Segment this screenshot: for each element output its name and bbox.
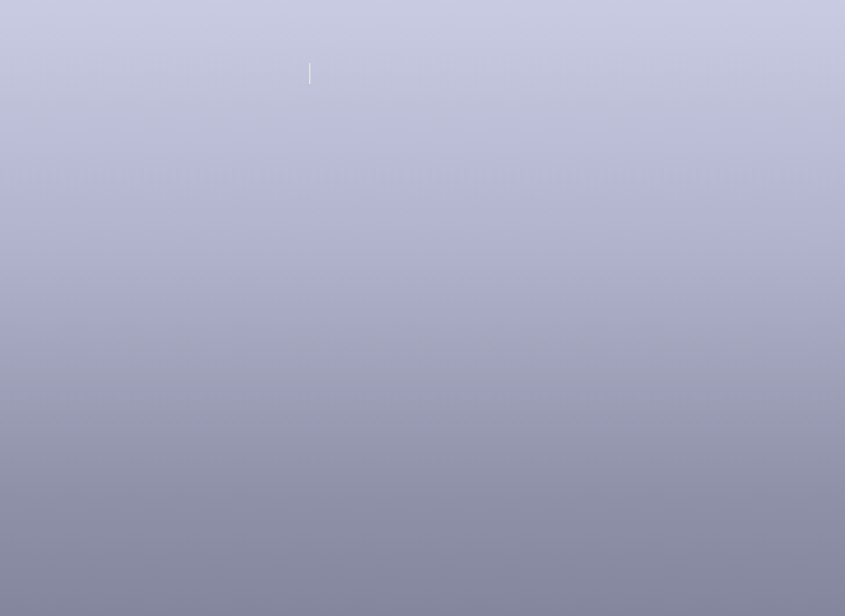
connector-pin-bot-a bbox=[0, 192, 15, 207]
connector-pin-top-a bbox=[0, 207, 15, 222]
connector-pin-bot-a bbox=[0, 132, 15, 147]
connector-pin-top-b bbox=[0, 162, 15, 177]
pcb-board bbox=[85, 63, 768, 570]
connector-pin-bot-a bbox=[0, 434, 15, 449]
connector-pin-bot-b bbox=[0, 298, 15, 313]
connector-pin-top-a bbox=[0, 510, 15, 525]
pcb-3d-view: U1YM2149FAY-3-8910Turbo Sound#1U2YM2149F… bbox=[0, 0, 845, 616]
connector-pin-top-b bbox=[0, 101, 15, 116]
connector-pin-bot-a bbox=[0, 313, 15, 328]
connector-pin-top-a bbox=[0, 389, 15, 404]
connector-pin-top-b bbox=[0, 404, 15, 419]
connector-pin-top-a bbox=[0, 147, 15, 162]
connector-pin-bot-a bbox=[0, 253, 15, 268]
connector-pin-bot-b bbox=[0, 600, 15, 615]
connector-pin-bot-b bbox=[0, 419, 15, 434]
connector-pin-bot-a bbox=[0, 555, 15, 570]
connector-pin-bot-a bbox=[0, 494, 15, 510]
connector-pin-top-b bbox=[0, 343, 15, 358]
connector-pin-top-b bbox=[0, 525, 15, 540]
connector-pin-top-b bbox=[0, 222, 15, 237]
connector-pin-top-a bbox=[0, 268, 15, 283]
connector-pin-bot-b bbox=[0, 237, 15, 253]
connector-pin-top-a bbox=[0, 570, 15, 585]
connector-pin-bot-b bbox=[0, 358, 15, 374]
connector-pin-bot-a bbox=[0, 374, 15, 389]
connector-pin-bot-b bbox=[0, 540, 15, 555]
connector-pin-top-a bbox=[0, 328, 15, 343]
connector-pin-bot-b bbox=[0, 116, 15, 132]
connector-pin-bot-b bbox=[0, 479, 15, 494]
connector-pin-bot-b bbox=[0, 177, 15, 192]
connector-pin-top-b bbox=[0, 283, 15, 298]
connector-pin-top-b bbox=[0, 464, 15, 479]
connector-pin-top-b bbox=[0, 585, 15, 600]
connector-pin-top-a bbox=[0, 86, 15, 101]
connector-pin-top-a bbox=[0, 449, 15, 464]
